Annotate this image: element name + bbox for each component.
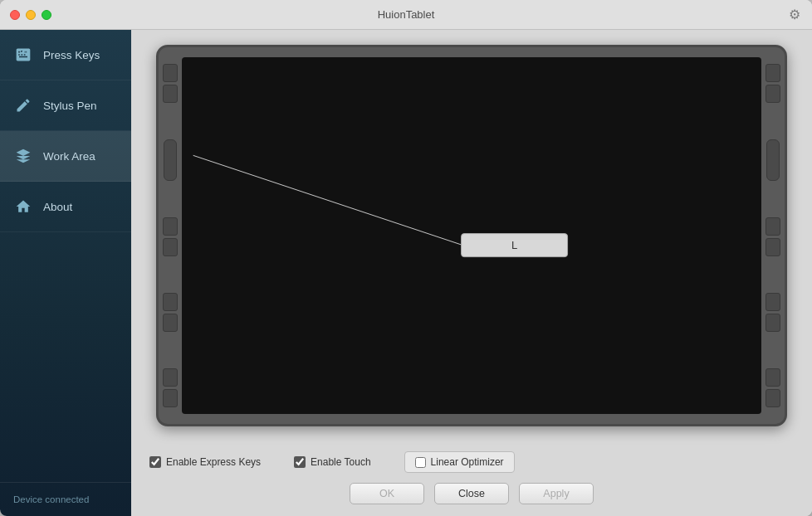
left-btn-group-mid	[163, 217, 178, 256]
checkboxes-row: Enable Express Keys Enable Touch Linear …	[146, 451, 797, 473]
enable-express-keys-checkbox[interactable]: Enable Express Keys	[149, 456, 261, 468]
left-btn-group-low	[163, 368, 178, 407]
linear-optimizer-input[interactable]	[415, 457, 426, 468]
close-button[interactable]: Close	[434, 483, 509, 504]
express-btn-1[interactable]	[163, 64, 178, 82]
sidebar-item-work-area[interactable]: Work Area	[0, 131, 131, 182]
express-btn-4[interactable]	[163, 238, 178, 256]
express-btn-r3[interactable]	[766, 217, 780, 236]
minimize-window-button[interactable]	[26, 10, 36, 20]
tablet-screen: L	[182, 57, 761, 414]
press-keys-icon	[13, 45, 33, 65]
express-btn-r-scroll[interactable]	[766, 139, 780, 181]
tablet-device: L	[156, 45, 787, 426]
sidebar-item-about-label: About	[43, 201, 72, 213]
express-btn-2[interactable]	[163, 85, 178, 103]
express-btn-r1[interactable]	[766, 64, 780, 82]
express-btn-r8[interactable]	[766, 389, 780, 407]
touch-input[interactable]	[294, 456, 306, 468]
content-area: L	[131, 30, 812, 516]
about-icon	[13, 197, 33, 217]
enable-touch-label: Enable Touch	[311, 456, 371, 468]
bottom-bar: Enable Express Keys Enable Touch Linear …	[146, 443, 797, 516]
sidebar-item-stylus-pen-label: Stylus Pen	[43, 100, 97, 112]
main-window: HuionTablet ⚙ Press Keys	[0, 0, 812, 516]
express-btn-3[interactable]	[163, 217, 178, 236]
express-btn-6[interactable]	[163, 314, 178, 332]
enable-touch-checkbox[interactable]: Enable Touch	[294, 456, 371, 468]
ok-button[interactable]: OK	[350, 483, 424, 504]
titlebar: HuionTablet ⚙	[0, 0, 812, 30]
sidebar-item-work-area-label: Work Area	[43, 150, 95, 163]
main-layout: Press Keys Stylus Pen	[0, 30, 812, 516]
express-btn-r4[interactable]	[766, 238, 780, 256]
window-title: HuionTablet	[378, 8, 435, 21]
express-keys-label: Enable Express Keys	[166, 456, 261, 468]
settings-icon[interactable]: ⚙	[789, 7, 800, 22]
close-window-button[interactable]	[10, 10, 20, 20]
device-status: Device connected	[0, 482, 131, 516]
express-btn-r5[interactable]	[766, 293, 780, 311]
tablet-left-buttons	[159, 47, 182, 424]
right-btn-group-mid	[766, 217, 780, 256]
tablet-wrapper: L	[146, 45, 797, 443]
express-btn-scroll[interactable]	[164, 139, 177, 181]
express-btn-r2[interactable]	[766, 85, 780, 103]
express-btn-r7[interactable]	[766, 368, 780, 387]
express-btn-r6[interactable]	[766, 314, 780, 332]
express-btn-5[interactable]	[163, 293, 178, 311]
sidebar: Press Keys Stylus Pen	[0, 30, 131, 516]
svg-line-0	[193, 155, 488, 253]
sidebar-nav: Press Keys Stylus Pen	[0, 30, 131, 482]
express-keys-input[interactable]	[149, 456, 161, 468]
apply-button[interactable]: Apply	[519, 483, 594, 504]
right-btn-group-bottom	[766, 293, 780, 332]
right-btn-group-top	[766, 64, 780, 103]
linear-optimizer-box[interactable]: Linear Optimizer	[404, 451, 515, 473]
stylus-pen-icon	[13, 95, 33, 115]
sidebar-item-about[interactable]: About	[0, 182, 131, 232]
right-btn-group-low	[766, 368, 780, 407]
express-btn-7[interactable]	[163, 368, 178, 387]
work-area-icon	[13, 146, 33, 166]
sidebar-item-press-keys[interactable]: Press Keys	[0, 30, 131, 80]
screen-label: L	[461, 233, 568, 257]
window-controls	[10, 10, 51, 20]
express-btn-8[interactable]	[163, 389, 178, 407]
sidebar-item-stylus-pen[interactable]: Stylus Pen	[0, 80, 131, 131]
tablet-right-buttons	[761, 47, 785, 424]
left-btn-group-top	[163, 64, 178, 103]
buttons-row: OK Close Apply	[146, 483, 797, 504]
maximize-window-button[interactable]	[42, 10, 51, 20]
left-btn-group-bottom	[163, 293, 178, 332]
linear-optimizer-label: Linear Optimizer	[431, 456, 504, 468]
sidebar-item-press-keys-label: Press Keys	[43, 49, 100, 61]
